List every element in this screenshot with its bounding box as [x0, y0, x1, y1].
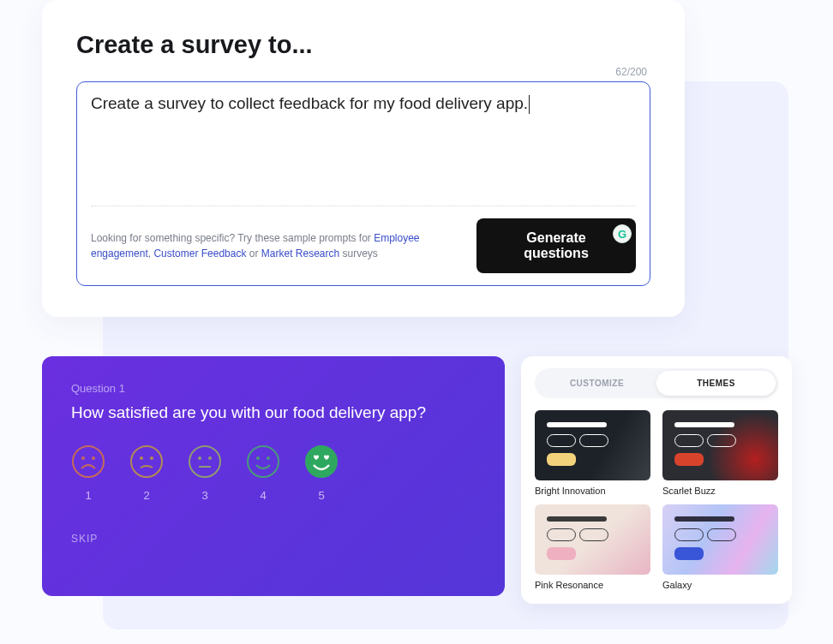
svg-point-1	[81, 456, 85, 460]
svg-point-12	[267, 456, 270, 460]
skip-button[interactable]: SKIP	[71, 533, 476, 545]
prompt-footer: Looking for something specific? Try thes…	[91, 218, 636, 273]
text-caret	[529, 95, 530, 114]
survey-preview-card: Question 1 How satisfied are you with ou…	[42, 356, 505, 596]
face-very-sad-icon[interactable]	[71, 444, 105, 479]
theme-thumb	[662, 504, 778, 575]
theme-thumb	[535, 410, 650, 480]
face-sad-icon[interactable]	[129, 444, 164, 479]
theme-name: Bright Innovation	[535, 486, 650, 496]
theme-thumb	[662, 410, 778, 480]
char-counter: 62/200	[76, 66, 650, 78]
svg-point-10	[248, 446, 279, 477]
svg-point-3	[131, 446, 162, 477]
rating-label-1: 1	[85, 489, 91, 502]
svg-point-0	[73, 446, 104, 477]
theme-name: Pink Resonance	[535, 580, 650, 590]
svg-point-8	[208, 456, 212, 460]
face-happy-icon[interactable]	[246, 444, 280, 479]
svg-point-2	[92, 456, 95, 460]
generate-questions-button[interactable]: Generate questions	[476, 218, 636, 273]
svg-point-11	[256, 456, 260, 460]
theme-tabs: CUSTOMIZE THEMES	[535, 368, 778, 398]
rating-label-3: 3	[201, 489, 207, 502]
tab-themes[interactable]: THEMES	[656, 371, 776, 396]
link-customer-feedback[interactable]: Customer Feedback	[153, 247, 246, 259]
grammarly-icon[interactable]: G	[613, 224, 632, 243]
theme-pink-resonance[interactable]: Pink Resonance	[535, 504, 650, 590]
hint-prefix: Looking for something specific? Try thes…	[91, 232, 374, 244]
divider	[91, 206, 636, 206]
rating-label-2: 2	[143, 489, 149, 502]
sep-or: or	[246, 247, 261, 259]
themes-panel: CUSTOMIZE THEMES Bright Innovation Scarl…	[521, 356, 792, 604]
theme-name: Scarlet Buzz	[662, 486, 778, 496]
sample-hint: Looking for something specific? Try thes…	[91, 230, 459, 261]
rating-label-4: 4	[260, 489, 266, 502]
prompt-text: Create a survey to collect feedback for …	[91, 94, 528, 112]
theme-name: Galaxy	[662, 580, 778, 590]
face-neutral-icon[interactable]	[188, 444, 222, 479]
question-text: How satisfied are you with our food deli…	[71, 403, 476, 422]
svg-point-13	[306, 446, 337, 477]
tab-customize[interactable]: CUSTOMIZE	[537, 371, 656, 396]
theme-scarlet-buzz[interactable]: Scarlet Buzz	[662, 410, 778, 496]
create-survey-card: Create a survey to... 62/200 Create a su…	[42, 0, 685, 317]
svg-point-5	[150, 456, 153, 460]
create-title: Create a survey to...	[76, 31, 650, 59]
svg-point-7	[198, 456, 201, 460]
link-market-research[interactable]: Market Research	[261, 247, 339, 259]
hint-suffix: surveys	[339, 247, 378, 259]
theme-bright-innovation[interactable]: Bright Innovation	[535, 410, 650, 496]
prompt-input[interactable]: Create a survey to collect feedback for …	[91, 94, 636, 197]
svg-point-6	[189, 446, 220, 477]
theme-thumb	[535, 504, 650, 575]
question-number-label: Question 1	[71, 382, 476, 395]
prompt-box: Create a survey to collect feedback for …	[76, 81, 650, 286]
svg-point-4	[140, 456, 143, 460]
theme-grid: Bright Innovation Scarlet Buzz Pink Reso…	[535, 410, 778, 590]
rating-label-5: 5	[318, 489, 324, 502]
rating-faces: 1 2 3 4	[71, 444, 476, 502]
theme-galaxy[interactable]: Galaxy	[662, 504, 778, 590]
face-love-icon[interactable]	[304, 444, 339, 479]
